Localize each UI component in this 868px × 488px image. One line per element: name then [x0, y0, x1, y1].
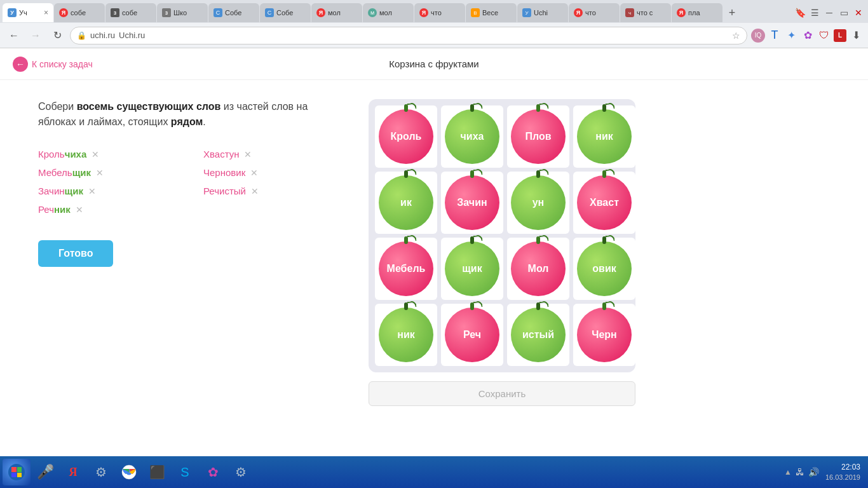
answer-remove-4[interactable]: ✕	[250, 168, 258, 178]
fruit-apple-krol[interactable]: Кроль	[379, 109, 433, 164]
answer-item-2[interactable]: Хвастун ✕	[203, 149, 343, 159]
taskbar-steam2[interactable]: ⚙	[227, 459, 254, 485]
tab-8[interactable]: м мол	[363, 3, 414, 22]
start-button[interactable]	[3, 459, 31, 485]
fruit-lime-shchik[interactable]: щик	[445, 241, 499, 296]
answer-item-6[interactable]: Речистый ✕	[203, 186, 343, 196]
taskbar: 🎤 Я ⚙ ⬛ S ✿ ⚙ ▲ 🖧 🔊 22:03 16.03.2019	[0, 456, 868, 488]
tab-close-active[interactable]: ×	[44, 8, 48, 17]
menu-icon[interactable]: ☰	[808, 6, 822, 20]
tab-2[interactable]: Я собе	[54, 3, 105, 22]
answer-remove-1[interactable]: ✕	[92, 149, 99, 159]
tab-bar: У Уч × Я собе 3 собе 3 Шко С Собе С Собе…	[0, 0, 868, 23]
ready-button[interactable]: Готово	[38, 240, 113, 267]
fruit-lime-nik2[interactable]: ник	[379, 308, 433, 362]
taskbar-yandex[interactable]: Я	[60, 459, 86, 485]
back-label: К списку задач	[32, 59, 93, 69]
fruit-cell-9[interactable]: Мебель	[375, 238, 437, 300]
fruit-apple-mol[interactable]: Мол	[511, 241, 566, 296]
save-button[interactable]: Сохранить	[369, 381, 635, 406]
forward-button[interactable]: →	[27, 27, 44, 44]
reload-button[interactable]: ↻	[48, 27, 66, 44]
answer-remove-3[interactable]: ✕	[96, 168, 104, 178]
fruit-cell-10[interactable]: щик	[441, 238, 503, 300]
fruit-cell-5[interactable]: ик	[375, 172, 437, 234]
fruit-cell-16[interactable]: Черн	[573, 304, 635, 366]
fruit-cell-7[interactable]: ун	[507, 172, 569, 234]
fruit-cell-11[interactable]: Мол	[507, 238, 569, 300]
answer-remove-2[interactable]: ✕	[244, 149, 252, 159]
answer-item-5[interactable]: Зачинщик ✕	[38, 186, 178, 196]
tab-6[interactable]: С Собе	[260, 3, 311, 22]
fruit-lime-chiha[interactable]: чиха	[445, 109, 499, 164]
page-header: ← К списку задач Корзина с фруктами	[0, 48, 868, 80]
taskbar-chrome[interactable]	[116, 459, 142, 485]
star-icon[interactable]: ☆	[732, 30, 740, 41]
fruit-cell-3[interactable]: Плов	[507, 105, 569, 168]
fruit-lime-nik[interactable]: ник	[577, 109, 632, 164]
back-to-list-button[interactable]: ← К списку задач	[13, 57, 93, 72]
tab-active[interactable]: У Уч ×	[3, 3, 53, 22]
fruit-cell-1[interactable]: Кроль	[375, 105, 437, 168]
taskbar-steam[interactable]: ⚙	[88, 459, 114, 485]
fruit-apple-chern[interactable]: Черн	[577, 308, 632, 362]
tab-4[interactable]: 3 Шко	[157, 3, 208, 22]
fruit-apple-plov[interactable]: Плов	[511, 109, 566, 164]
tab-14[interactable]: Я пла	[672, 3, 722, 22]
fruit-cell-13[interactable]: ник	[375, 304, 437, 366]
answer-remove-7[interactable]: ✕	[76, 205, 83, 215]
tab-5[interactable]: С Собе	[208, 3, 259, 22]
address-bar[interactable]: 🔒 uchi.ru Uchi.ru ☆	[70, 27, 747, 44]
tab-label-5: Собе	[225, 9, 241, 17]
new-tab-button[interactable]: +	[723, 4, 741, 22]
extension-5[interactable]: 🛡	[817, 29, 831, 43]
fruit-apple-hvast[interactable]: Хваст	[577, 175, 632, 230]
extension-2[interactable]: T	[768, 29, 782, 43]
tray-expand-icon[interactable]: ▲	[784, 468, 792, 477]
tab-11[interactable]: У Uchi	[517, 3, 568, 22]
minimize-icon[interactable]: ─	[822, 6, 836, 20]
fruit-cell-15[interactable]: истый	[507, 304, 569, 366]
tab-12[interactable]: Я что	[569, 3, 620, 22]
download-icon[interactable]: ⬇	[849, 29, 863, 43]
extension-3[interactable]: ✦	[784, 29, 798, 43]
page-title: Корзина с фруктами	[389, 58, 478, 69]
fruit-lime-isty[interactable]: истый	[511, 308, 566, 362]
tab-10[interactable]: В Весе	[466, 3, 517, 22]
fruit-grid: Кроль чиха Плов ник ик Зачин	[369, 99, 635, 372]
restore-icon[interactable]: ▭	[837, 6, 851, 20]
fruit-cell-4[interactable]: ник	[573, 105, 635, 168]
fruit-lime-ik[interactable]: ик	[379, 175, 433, 230]
taskbar-pink-icon[interactable]: ✿	[200, 459, 226, 485]
tab-3[interactable]: 3 собе	[105, 3, 156, 22]
fruit-apple-mebel[interactable]: Мебель	[379, 241, 433, 296]
fruit-lime-ovik[interactable]: овик	[577, 241, 632, 296]
fruit-cell-2[interactable]: чиха	[441, 105, 503, 168]
tab-label-3: собе	[122, 9, 137, 17]
extension-1[interactable]: IQ	[751, 29, 765, 43]
tab-9[interactable]: Я что	[414, 3, 465, 22]
taskbar-minecraft[interactable]: ⬛	[144, 459, 170, 485]
answer-remove-6[interactable]: ✕	[251, 186, 259, 196]
answer-item-4[interactable]: Черновик ✕	[203, 167, 343, 178]
back-button[interactable]: ←	[5, 27, 23, 44]
taskbar-skype[interactable]: S	[172, 459, 198, 485]
fruit-apple-rech[interactable]: Реч	[445, 308, 499, 362]
answer-item-7[interactable]: Речник ✕	[38, 204, 178, 215]
bookmark-icon[interactable]: 🔖	[793, 6, 807, 20]
fruit-cell-8[interactable]: Хваст	[573, 172, 635, 234]
answer-item-1[interactable]: Крольчиха ✕	[38, 149, 178, 159]
fruit-apple-zachin[interactable]: Зачин	[445, 175, 499, 230]
fruit-cell-6[interactable]: Зачин	[441, 172, 503, 234]
answer-item-3[interactable]: Мебельщик ✕	[38, 167, 178, 178]
extension-6[interactable]: L	[834, 29, 846, 42]
fruit-cell-12[interactable]: овик	[573, 238, 635, 300]
tab-7[interactable]: Я мол	[311, 3, 362, 22]
close-icon[interactable]: ✕	[851, 6, 865, 20]
taskbar-microphone[interactable]: 🎤	[32, 459, 58, 485]
fruit-lime-un[interactable]: ун	[511, 175, 566, 230]
fruit-cell-14[interactable]: Реч	[441, 304, 503, 366]
answer-remove-5[interactable]: ✕	[88, 186, 96, 196]
extension-4[interactable]: ✿	[801, 29, 815, 43]
tab-13[interactable]: ч что с	[620, 3, 671, 22]
